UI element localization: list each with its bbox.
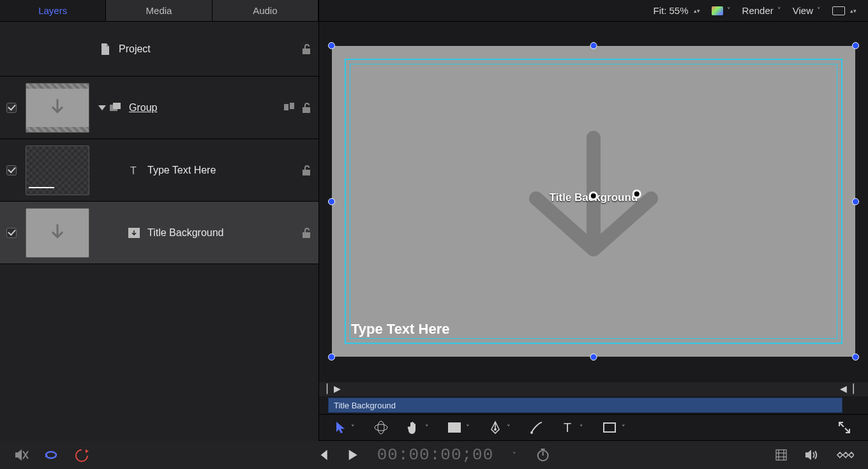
in-marker-icon[interactable]: ▏▶ [327, 383, 341, 394]
timecode-dropdown-icon[interactable]: ˅ [513, 451, 516, 459]
stepper-icon: ▴▾ [694, 9, 700, 13]
loop-icon[interactable] [43, 449, 60, 461]
tab-layers[interactable]: Layers [0, 0, 106, 21]
filmstrip-icon[interactable] [775, 449, 788, 461]
lock-icon[interactable] [302, 227, 312, 239]
mute-icon[interactable] [14, 449, 29, 461]
visibility-checkbox[interactable] [6, 228, 17, 238]
layer-label: Group [129, 102, 157, 114]
layer-label: Project [119, 43, 151, 55]
layers-list: Project Group [0, 22, 318, 441]
play-icon[interactable] [348, 449, 358, 461]
resize-handle[interactable] [852, 42, 859, 49]
pen-tool[interactable]: ˅ [489, 421, 511, 435]
svg-point-24 [375, 424, 387, 431]
resize-handle[interactable] [328, 198, 335, 205]
lock-icon[interactable] [302, 165, 312, 176]
svg-rect-26 [449, 423, 460, 432]
layer-label: Type Text Here [147, 165, 216, 176]
visibility-checkbox[interactable] [6, 103, 17, 113]
lock-icon[interactable] [302, 43, 312, 55]
layer-row-text[interactable]: T Type Text Here [0, 139, 318, 202]
transport-bar: 00:00:00;00 ˅ [0, 441, 868, 469]
resize-handle[interactable] [590, 42, 597, 49]
aspect-dropdown[interactable]: ▴▾ [832, 6, 857, 15]
canvas-text-layer[interactable]: Type Text Here [351, 321, 449, 338]
expand-tool[interactable] [837, 421, 851, 435]
placeholder-icon [128, 227, 140, 239]
canvas[interactable]: Title Background Type Text Here [332, 46, 855, 357]
tab-media[interactable]: Media [106, 0, 212, 21]
text-icon: T [128, 165, 140, 176]
out-marker-icon[interactable]: ◀▕ [840, 383, 854, 394]
record-icon[interactable] [74, 448, 89, 462]
go-to-start-icon[interactable] [318, 449, 329, 461]
document-icon [100, 43, 111, 55]
pan-tool[interactable]: ˅ [407, 421, 429, 435]
audio-icon[interactable] [804, 449, 818, 461]
viewer-toolbar: Fit: 55% ▴▾ ˅ Render˅ View˅ ▴▾ [319, 0, 868, 22]
layer-thumbnail [26, 83, 89, 133]
crop-tool[interactable]: ˅ [448, 422, 470, 433]
anchor-point-icon[interactable] [589, 191, 598, 200]
zoom-dropdown[interactable]: Fit: 55% ▴▾ [654, 5, 700, 16]
timeline-clip[interactable]: Title Background [328, 398, 842, 413]
resize-handle[interactable] [328, 354, 335, 361]
layer-row-project[interactable]: Project [0, 22, 318, 77]
layer-label: Title Background [147, 227, 223, 239]
select-tool[interactable]: ˅ [336, 421, 355, 434]
brush-tool[interactable] [530, 421, 544, 435]
svg-text:T: T [130, 165, 137, 175]
timecode-display[interactable]: 00:00:00;00 [377, 445, 494, 465]
layer-thumbnail [26, 208, 89, 258]
render-dropdown[interactable]: Render˅ [742, 5, 781, 16]
layer-thumbnail [26, 145, 89, 195]
visibility-checkbox[interactable] [6, 165, 17, 175]
3d-transform-tool[interactable] [374, 421, 388, 435]
channels-swatch-icon [712, 6, 723, 15]
canvas-tools: ˅ ˅ ˅ ˅ T˅ ˅ [319, 414, 868, 441]
anchor-point-icon[interactable] [632, 190, 641, 198]
stopwatch-icon[interactable] [535, 448, 550, 462]
group-icon [110, 102, 121, 114]
svg-text:T: T [564, 421, 571, 434]
svg-rect-3 [290, 103, 294, 109]
keyframes-icon[interactable] [835, 449, 854, 461]
layer-row-group[interactable]: Group [0, 77, 318, 139]
selection-label: Title Background [550, 191, 638, 204]
aspect-icon [832, 6, 845, 15]
tab-audio[interactable]: Audio [213, 0, 318, 21]
svg-rect-30 [604, 423, 615, 432]
text-tool[interactable]: T˅ [563, 421, 583, 434]
svg-point-28 [530, 431, 533, 434]
flags-icon[interactable] [284, 103, 296, 113]
resize-handle[interactable] [852, 198, 859, 205]
color-channel-dropdown[interactable]: ˅ [712, 6, 731, 15]
lock-icon[interactable] [302, 102, 312, 114]
svg-point-27 [494, 428, 497, 431]
resize-handle[interactable] [852, 354, 859, 361]
zoom-label: Fit: 55% [654, 5, 689, 16]
sidebar-tabs: Layers Media Audio [0, 0, 318, 22]
layer-row-title-background[interactable]: Title Background [0, 202, 318, 264]
svg-rect-2 [284, 104, 288, 110]
svg-point-25 [378, 421, 384, 434]
view-dropdown[interactable]: View˅ [793, 5, 821, 16]
disclosure-triangle-icon[interactable] [98, 105, 106, 110]
resize-handle[interactable] [328, 42, 335, 49]
resize-handle[interactable] [590, 354, 597, 361]
shape-tool[interactable]: ˅ [602, 422, 625, 433]
svg-rect-36 [776, 450, 786, 460]
mini-timeline: ▏▶ ◀▕ Title Background [319, 382, 868, 414]
clip-label: Title Background [334, 401, 396, 410]
svg-rect-1 [113, 103, 121, 109]
